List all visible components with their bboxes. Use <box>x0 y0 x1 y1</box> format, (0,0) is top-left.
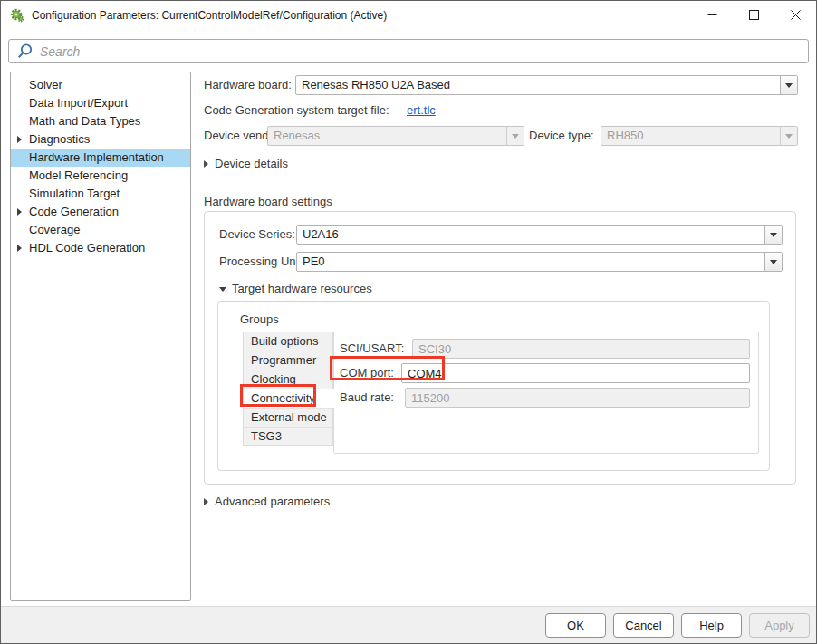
search-bar <box>8 39 809 63</box>
sidebar-item-math-and-data-types[interactable]: Math and Data Types <box>11 112 190 130</box>
device-vendor-value: Renesas <box>268 127 506 145</box>
triangle-right-icon <box>204 160 208 168</box>
sidebar-item-label: Simulation Target <box>29 187 120 200</box>
chevron-right-icon <box>17 208 22 216</box>
sidebar-item-label: Math and Data Types <box>29 114 140 128</box>
sidebar-item-hardware-implementation[interactable]: Hardware Implementation <box>11 149 190 167</box>
device-series-label: Device Series: <box>219 225 295 245</box>
sci-usart-label: SCI/USART: <box>340 339 404 359</box>
sidebar-item-hdl-code-generation[interactable]: HDL Code Generation <box>11 239 190 257</box>
category-tree: Solver Data Import/Export Math and Data … <box>10 72 191 601</box>
configuration-parameters-window: Configuration Parameters: CurrentControl… <box>0 0 817 644</box>
target-hardware-resources-toggle[interactable]: Target hardware resources <box>219 282 372 296</box>
sidebar-item-solver[interactable]: Solver <box>11 76 190 94</box>
groups-tab-external-mode[interactable]: External mode <box>243 408 333 427</box>
cancel-button[interactable]: Cancel <box>613 613 674 638</box>
main-panel: Hardware board: Renesas RH850 U2A Based … <box>204 72 802 601</box>
groups-tab-build-options[interactable]: Build options <box>243 332 333 351</box>
ert-tlc-link[interactable]: ert.tlc <box>407 101 436 120</box>
device-vendor-combobox: Renesas <box>267 126 524 146</box>
hardware-board-value: Renesas RH850 U2A Based <box>296 76 780 94</box>
footer-bar: OK Cancel Help Apply <box>1 606 816 643</box>
processing-unit-combobox[interactable]: PE0 <box>296 252 783 272</box>
device-details-label: Device details <box>215 157 288 170</box>
target-file-label: Code Generation system target file: <box>204 101 389 120</box>
triangle-down-icon <box>219 287 226 292</box>
baud-rate-label: Baud rate: <box>340 388 394 408</box>
chevron-down-icon[interactable] <box>764 226 782 244</box>
sidebar-item-simulation-target[interactable]: Simulation Target <box>11 185 190 203</box>
ok-button[interactable]: OK <box>545 613 606 638</box>
hardware-board-combobox[interactable]: Renesas RH850 U2A Based <box>295 75 798 95</box>
chevron-down-icon[interactable] <box>780 76 797 94</box>
simulink-config-gear-icon <box>10 8 24 23</box>
groups-tab-connectivity[interactable]: Connectivity <box>243 389 334 408</box>
groups-label: Groups <box>240 312 279 327</box>
sidebar-item-label: Code Generation <box>29 205 119 218</box>
advanced-parameters-toggle[interactable]: Advanced parameters <box>204 495 330 509</box>
window-title: Configuration Parameters: CurrentControl… <box>32 1 387 30</box>
sidebar-item-model-referencing[interactable]: Model Referencing <box>11 167 190 185</box>
sidebar-item-code-generation[interactable]: Code Generation <box>11 203 190 221</box>
search-input[interactable] <box>8 39 809 63</box>
processing-unit-label: Processing Unit: <box>219 252 305 272</box>
com-port-label: COM port: <box>340 363 394 383</box>
chevron-right-icon <box>17 136 22 143</box>
groups-tab-tsg3[interactable]: TSG3 <box>243 427 333 446</box>
device-series-combobox[interactable]: U2A16 <box>296 225 783 245</box>
sidebar-item-data-import-export[interactable]: Data Import/Export <box>11 94 190 112</box>
minimize-button[interactable] <box>691 1 733 29</box>
sidebar-item-label: Diagnostics <box>29 132 90 146</box>
search-icon <box>16 43 34 60</box>
window-controls <box>691 1 816 29</box>
chevron-right-icon <box>17 245 22 252</box>
processing-unit-value: PE0 <box>297 253 764 271</box>
com-port-row: COM port: <box>334 363 758 383</box>
hardware-board-settings-title: Hardware board settings <box>204 195 332 209</box>
target-hardware-resources-label: Target hardware resources <box>232 282 372 295</box>
com-port-field[interactable] <box>401 363 750 383</box>
chevron-down-icon[interactable] <box>764 253 782 271</box>
device-type-combobox: RH850 <box>601 126 798 146</box>
sci-usart-row: SCI/USART: <box>334 339 758 359</box>
maximize-button[interactable] <box>733 1 774 29</box>
groups-tab-strip: Build options Programmer Clocking Connec… <box>243 332 334 446</box>
advanced-parameters-label: Advanced parameters <box>215 495 330 508</box>
close-button[interactable] <box>774 1 816 29</box>
connectivity-panel: SCI/USART: COM port: Baud rate: <box>333 332 759 454</box>
groups-tab-programmer[interactable]: Programmer <box>243 351 333 370</box>
device-type-label: Device type: <box>529 126 594 146</box>
sidebar-item-label: Data Import/Export <box>29 96 128 110</box>
sidebar-item-diagnostics[interactable]: Diagnostics <box>11 130 190 149</box>
sidebar-item-label: HDL Code Generation <box>29 241 145 255</box>
hardware-board-settings-group: Device Series: U2A16 Processing Unit: PE… <box>204 211 796 485</box>
help-button[interactable]: Help <box>681 613 742 638</box>
title-bar: Configuration Parameters: CurrentControl… <box>1 1 816 30</box>
groups-tab-clocking[interactable]: Clocking <box>243 370 333 389</box>
device-details-toggle[interactable]: Device details <box>204 157 288 171</box>
triangle-right-icon <box>204 498 208 505</box>
chevron-down-icon <box>780 127 797 145</box>
sidebar-item-label: Coverage <box>29 223 80 236</box>
sidebar-item-coverage[interactable]: Coverage <box>11 221 190 239</box>
chevron-down-icon <box>506 127 524 145</box>
baud-rate-field <box>405 388 750 408</box>
hardware-board-label: Hardware board: <box>204 75 292 95</box>
sidebar-item-label: Solver <box>29 78 62 91</box>
sidebar-item-label: Hardware Implementation <box>29 150 164 164</box>
device-type-value: RH850 <box>601 127 780 145</box>
baud-rate-row: Baud rate: <box>334 388 758 408</box>
apply-button: Apply <box>749 613 810 638</box>
target-hardware-resources-group: Groups Build options Programmer Clocking… <box>217 301 770 471</box>
sidebar-item-label: Model Referencing <box>29 168 128 182</box>
sci-usart-field <box>412 339 750 359</box>
device-series-value: U2A16 <box>297 226 764 244</box>
